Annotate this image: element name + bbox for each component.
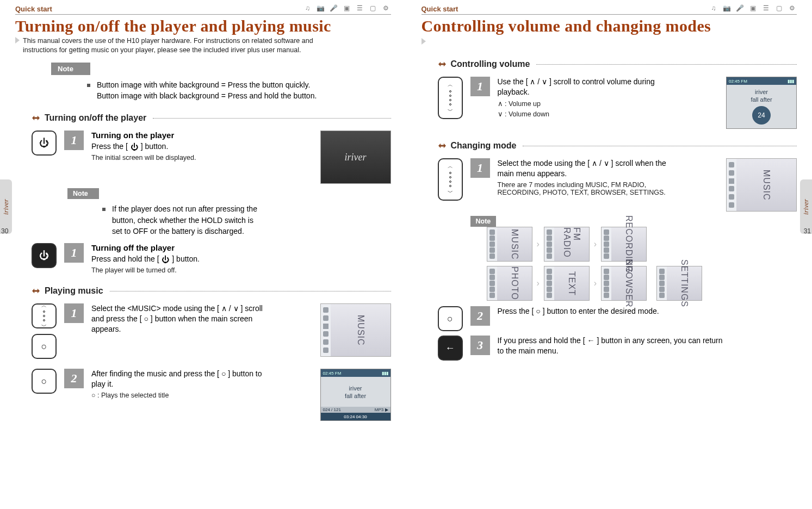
mode-label: PHOTO xyxy=(497,266,532,300)
page-left: iriver 30 Quick start ♫ 📷 🎤 ▣ ☰ ▢ ⚙ Turn… xyxy=(0,0,406,509)
step-volume: ︿ ﹀ 1 Use the [ ∧ / ∨ ] scroll to contro… xyxy=(438,77,797,129)
power-icon: ⏻ xyxy=(161,256,170,264)
text-post: ] button. xyxy=(172,254,200,263)
step-number: 1 xyxy=(470,77,490,96)
mode-thumb-text: TEXT xyxy=(544,266,590,301)
section-power: Turning on/off the player xyxy=(32,113,391,123)
step-text: If you press and hold the [ ← ] button i… xyxy=(498,336,726,356)
header-bar: Quick start ♫ 📷 🎤 ▣ ☰ ▢ ⚙ xyxy=(422,0,797,15)
power-icon: ⏻ xyxy=(39,250,49,262)
text-post: ] button. xyxy=(141,142,169,151)
mode-thumb-recording: RECORDING xyxy=(601,227,647,262)
power-icon: ⏻ xyxy=(130,143,139,152)
section-icon xyxy=(438,60,447,69)
section-rule xyxy=(153,118,390,119)
section-music: Playing music xyxy=(32,286,391,296)
lcd-artist: iriver xyxy=(755,89,768,95)
boot-screen-thumb: iriver xyxy=(320,131,391,184)
step-mode-3: ← 3 If you press and hold the [ ← ] butt… xyxy=(438,336,797,361)
step-text: Press the [ ⏻ ] button. xyxy=(91,141,265,152)
section-rule xyxy=(536,64,797,65)
step-text: Press the [ ○ ] button to enter the desi… xyxy=(498,306,726,316)
now-playing-thumb: 02:45 FM▮▮▮ iriver fall after 024 / 121M… xyxy=(320,369,391,421)
mode-label: MUSIC xyxy=(736,159,796,211)
side-tab: iriver xyxy=(0,179,12,234)
lcd-clock: 02:45 FM xyxy=(729,79,747,84)
select-button: ○ xyxy=(32,334,57,359)
photo-icon: ▣ xyxy=(748,3,758,13)
power-button-white: ⏻ xyxy=(32,131,57,156)
chevron-up-icon: ︿ xyxy=(448,81,453,89)
settings-icon: ⚙ xyxy=(381,3,391,13)
step-text: Use the [ ∧ / ∨ ] scroll to control volu… xyxy=(498,77,672,97)
note-block: Note Button image with white background … xyxy=(51,63,391,102)
camera-icon: 📷 xyxy=(316,3,326,13)
step-title: Turning off the player xyxy=(91,243,265,252)
section-mode: Changing mode xyxy=(438,141,797,151)
power-icon: ⏻ xyxy=(39,138,49,149)
step-power-on: ⏻ 1 Turning on the player Press the [ ⏻ … xyxy=(32,131,391,184)
lcd-title: fall after xyxy=(345,393,366,399)
text-icon: ☰ xyxy=(761,3,771,13)
step-music-1: ︿ ﹀ ○ 1 Select the <MUSIC> mode using th… xyxy=(32,303,391,359)
section-icon xyxy=(32,287,40,295)
section-title: Controlling volume xyxy=(451,59,530,69)
chevron-up-icon: ︿ xyxy=(448,163,453,170)
brand-label: iriver xyxy=(345,152,367,163)
page-number: 30 xyxy=(1,227,8,235)
section-volume: Controlling volume xyxy=(438,59,797,69)
step-mode-2: ○ 2 Press the [ ○ ] button to enter the … xyxy=(438,306,797,331)
step-number: 2 xyxy=(470,306,490,326)
mic-icon: 🎤 xyxy=(329,3,339,13)
chevron-right-icon: › xyxy=(594,278,597,288)
arrow-left-icon: ← xyxy=(445,343,455,354)
mode-label: SETTINGS xyxy=(667,266,702,300)
step-title: Turning on the player xyxy=(91,131,265,140)
note-label: Note xyxy=(67,188,99,199)
scroll-button: ︿ ﹀ xyxy=(438,77,463,119)
browser-icon: ▢ xyxy=(774,3,784,13)
note-label: Note xyxy=(470,216,497,227)
mode-thumbnails: MUSIC › FM RADIO › RECORDING PHOTO › TEX… xyxy=(487,227,704,301)
step-number: 1 xyxy=(64,303,84,323)
step-number: 1 xyxy=(64,131,84,150)
section-title: Turning on/off the player xyxy=(45,113,146,123)
mode-thumb-settings: SETTINGS xyxy=(656,266,702,301)
circle-icon: ○ xyxy=(41,376,47,387)
mode-label: BROWSER xyxy=(611,266,646,300)
mode-label: MUSIC xyxy=(497,227,532,261)
quick-start-label: Quick start xyxy=(422,5,458,13)
circle-icon: ○ xyxy=(41,341,47,352)
browser-icon: ▢ xyxy=(368,3,378,13)
step-text: Press and hold the [ ⏻ ] button. xyxy=(91,254,265,264)
lcd-track: 024 / 121 xyxy=(323,407,341,412)
chevron-right-icon: › xyxy=(537,239,540,249)
music-icon: ♫ xyxy=(709,3,718,13)
section-icon xyxy=(438,141,447,150)
step-sub: ∨ : Volume down xyxy=(498,110,672,118)
chevron-icon xyxy=(15,37,20,44)
side-tab: iriver xyxy=(800,179,812,234)
header-icons: ♫ 📷 🎤 ▣ ☰ ▢ ⚙ xyxy=(709,3,797,13)
chevron-icon xyxy=(422,38,426,45)
select-button: ○ xyxy=(32,369,57,394)
mode-thumb-photo: PHOTO xyxy=(487,266,532,301)
step-mode-1: ︿ ﹀ 1 Select the mode using the [ ∧ / ∨ … xyxy=(438,158,797,212)
chevron-down-icon: ﹀ xyxy=(41,322,47,330)
note-label: Note xyxy=(51,63,90,75)
note-item: If the player does not run after pressin… xyxy=(102,203,265,237)
scroll-button: ︿ ﹀ xyxy=(32,303,57,328)
quick-start-label: Quick start xyxy=(15,5,52,13)
camera-icon: 📷 xyxy=(722,3,732,13)
chevron-up-icon: ︿ xyxy=(41,302,47,309)
mode-thumb-music: MUSIC xyxy=(487,227,532,262)
battery-icon: ▮▮▮ xyxy=(382,371,388,376)
page-right: iriver 31 Quick start ♫ 📷 🎤 ▣ ☰ ▢ ⚙ Cont… xyxy=(406,0,813,509)
mic-icon: 🎤 xyxy=(735,3,745,13)
brand-side: iriver xyxy=(802,199,810,215)
mode-thumb-fmradio: FM RADIO xyxy=(544,227,590,262)
lcd-artist: iriver xyxy=(349,385,362,392)
brand-side: iriver xyxy=(2,199,10,215)
section-icon xyxy=(32,114,40,122)
note-line-1: Button image with white background = Pre… xyxy=(97,80,310,89)
